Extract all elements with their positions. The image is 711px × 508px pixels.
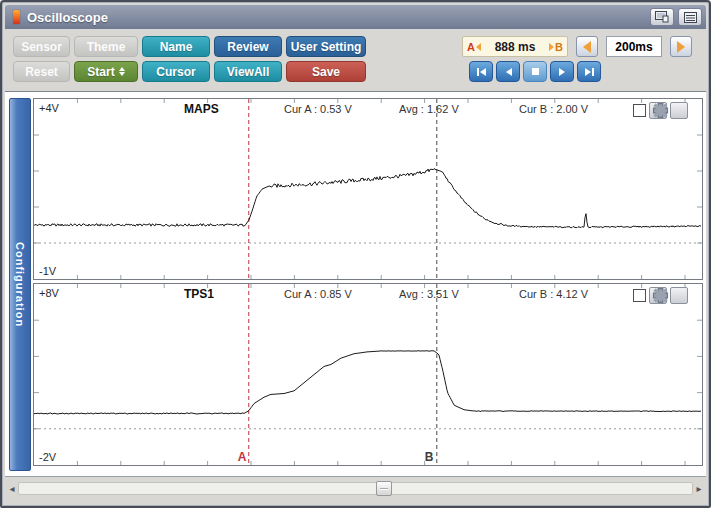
configuration-tab-label: Configuration bbox=[14, 242, 26, 327]
review-button[interactable]: Review bbox=[214, 36, 282, 57]
average-readout: Avg : 3.51 V bbox=[399, 288, 459, 300]
theme-button[interactable]: Theme bbox=[74, 36, 138, 57]
stop-icon bbox=[531, 67, 540, 76]
cursor-b-letter: B bbox=[555, 41, 563, 53]
right-triangle-icon bbox=[549, 43, 554, 51]
y-min-label: -1V bbox=[39, 265, 56, 277]
channel-name: TPS1 bbox=[184, 287, 214, 301]
cursor-button[interactable]: Cursor bbox=[142, 61, 210, 82]
scroll-right-button[interactable]: ▸ bbox=[693, 481, 705, 496]
ab-interval-value: 888 ms bbox=[495, 40, 536, 54]
cursor-a-marker: A bbox=[467, 41, 481, 53]
app-flame-icon bbox=[13, 10, 20, 24]
left-triangle-icon bbox=[476, 43, 481, 51]
up-down-spinner-icon bbox=[119, 67, 125, 76]
panel-controls bbox=[633, 102, 688, 119]
time-controls: A 888 ms B 200ms bbox=[462, 36, 692, 82]
skip-to-end-icon bbox=[584, 67, 595, 77]
skip-to-start-icon bbox=[476, 67, 487, 77]
timebase-value[interactable]: 200ms bbox=[606, 36, 662, 57]
channel-panel-maps: +4V -1V MAPS Cur A : 0.53 V Avg : 1.62 V… bbox=[33, 98, 703, 280]
window-menu-button[interactable] bbox=[678, 8, 702, 26]
cursor-b-readout: Cur B : 2.00 V bbox=[519, 103, 588, 115]
y-min-label: -2V bbox=[39, 451, 56, 463]
average-readout: Avg : 1.62 V bbox=[399, 103, 459, 115]
y-max-label: +8V bbox=[39, 287, 59, 299]
y-max-label: +4V bbox=[39, 102, 59, 114]
close-icon bbox=[633, 287, 688, 304]
skip-to-start-button[interactable] bbox=[469, 61, 493, 82]
oscilloscope-window: Oscilloscope Sensor Theme Name Review bbox=[0, 0, 711, 508]
horizontal-scrollbar[interactable]: ◂ ▸ bbox=[6, 480, 705, 497]
start-button-label: Start bbox=[87, 65, 114, 79]
time-readout-row: A 888 ms B 200ms bbox=[462, 36, 692, 57]
close-channel-button[interactable] bbox=[670, 287, 688, 304]
cursor-a-readout: Cur A : 0.85 V bbox=[284, 288, 352, 300]
cursor-b-marker: B bbox=[549, 41, 563, 53]
start-button[interactable]: Start bbox=[74, 61, 138, 82]
name-button[interactable]: Name bbox=[142, 36, 210, 57]
reset-button[interactable]: Reset bbox=[13, 61, 70, 82]
scroll-left-button[interactable]: ◂ bbox=[6, 481, 18, 496]
close-icon bbox=[633, 102, 688, 119]
step-back-icon bbox=[504, 67, 513, 77]
toolbar-row-2: Reset Start Cursor ViewAll Save bbox=[13, 61, 366, 82]
play-button[interactable] bbox=[550, 61, 574, 82]
step-back-button[interactable] bbox=[496, 61, 520, 82]
ab-interval-readout: A 888 ms B bbox=[462, 36, 568, 57]
scrollbar-thumb[interactable] bbox=[376, 481, 392, 496]
configuration-tab[interactable]: Configuration bbox=[9, 98, 31, 471]
left-arrow-icon bbox=[583, 41, 591, 53]
cursor-a-readout: Cur A : 0.53 V bbox=[284, 103, 352, 115]
skip-to-end-button[interactable] bbox=[577, 61, 601, 82]
scope-content-area: Configuration +4V -1V MAPS Cur A : 0.53 … bbox=[5, 91, 706, 477]
right-arrow-icon bbox=[677, 41, 685, 53]
user-setting-button[interactable]: User Setting bbox=[286, 36, 366, 57]
waveform-trace bbox=[34, 169, 701, 228]
capture-window-icon bbox=[655, 11, 669, 23]
titlebar[interactable]: Oscilloscope bbox=[5, 5, 706, 29]
scrollbar-track[interactable] bbox=[18, 482, 693, 495]
toolbar-button-grid: Sensor Theme Name Review User Setting Re… bbox=[13, 36, 366, 82]
channel-panels: +4V -1V MAPS Cur A : 0.53 V Avg : 1.62 V… bbox=[33, 98, 703, 471]
waveform-plot-maps bbox=[34, 99, 702, 279]
cursor-b-bottom-label[interactable]: B bbox=[425, 450, 434, 464]
panel-controls bbox=[633, 287, 688, 304]
timebase-decrease-button[interactable] bbox=[576, 36, 598, 57]
cursor-b-readout: Cur B : 4.12 V bbox=[519, 288, 588, 300]
toolbar-row-1: Sensor Theme Name Review User Setting bbox=[13, 36, 366, 57]
stop-button[interactable] bbox=[523, 61, 547, 82]
waveform-trace bbox=[34, 351, 701, 414]
cursor-a-letter: A bbox=[467, 41, 475, 53]
channel-name: MAPS bbox=[184, 102, 219, 116]
transport-controls bbox=[469, 61, 692, 82]
save-button[interactable]: Save bbox=[286, 61, 366, 82]
capture-window-button[interactable] bbox=[650, 8, 674, 26]
window-menu-icon bbox=[684, 12, 697, 23]
timebase-increase-button[interactable] bbox=[670, 36, 692, 57]
toolbar: Sensor Theme Name Review User Setting Re… bbox=[5, 29, 706, 91]
window-title: Oscilloscope bbox=[27, 10, 646, 25]
cursor-a-bottom-label[interactable]: A bbox=[238, 450, 247, 464]
waveform-plot-tps1 bbox=[34, 284, 702, 465]
viewall-button[interactable]: ViewAll bbox=[214, 61, 282, 82]
channel-panel-tps1: +8V -2V TPS1 Cur A : 0.85 V Avg : 3.51 V… bbox=[33, 283, 703, 466]
sensor-button[interactable]: Sensor bbox=[13, 36, 70, 57]
close-channel-button[interactable] bbox=[670, 102, 688, 119]
play-icon bbox=[558, 67, 567, 77]
